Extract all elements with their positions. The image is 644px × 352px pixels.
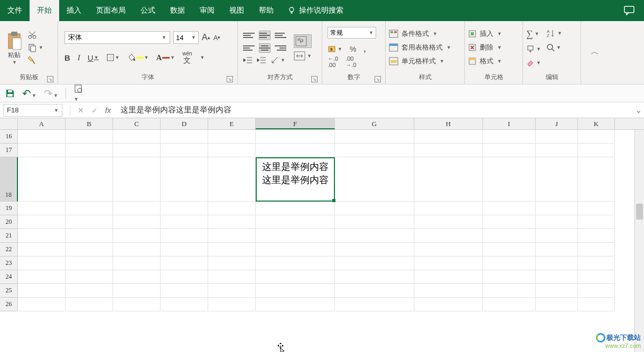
cell-H23[interactable] xyxy=(414,256,483,270)
row-header-24[interactable]: 24 xyxy=(0,270,18,284)
save-button[interactable] xyxy=(5,89,15,98)
cell-H17[interactable] xyxy=(414,144,483,157)
table-format-button[interactable]: 套用表格格式▼ xyxy=(389,43,451,52)
cell-K25[interactable] xyxy=(578,284,615,298)
cell-I19[interactable] xyxy=(483,202,536,215)
row-header-18[interactable]: 18 xyxy=(0,157,18,202)
cell-K26[interactable] xyxy=(578,298,615,311)
col-header-G[interactable]: G xyxy=(335,118,414,129)
menu-insert[interactable]: 插入 xyxy=(59,0,89,21)
cell-H19[interactable] xyxy=(414,202,483,215)
menu-file[interactable]: 文件 xyxy=(0,0,30,21)
cell-J22[interactable] xyxy=(536,243,578,256)
cell-H20[interactable] xyxy=(414,215,483,229)
format-painter-button[interactable] xyxy=(27,55,43,65)
align-left-button[interactable] xyxy=(243,43,255,53)
border-button[interactable]: ▼ xyxy=(106,53,120,62)
col-header-H[interactable]: H xyxy=(414,118,483,129)
font-color-button[interactable]: A▼ xyxy=(156,53,175,62)
cell-G16[interactable] xyxy=(335,130,414,144)
cell-C16[interactable] xyxy=(113,130,161,144)
cell-I17[interactable] xyxy=(483,144,536,157)
cell-B19[interactable] xyxy=(66,202,113,215)
cell-K21[interactable] xyxy=(578,229,615,243)
undo-button[interactable]: ↶▼ xyxy=(22,87,36,100)
cell-H26[interactable] xyxy=(414,298,483,311)
cell-F17[interactable] xyxy=(256,144,335,157)
increase-font-button[interactable]: A▴ xyxy=(202,33,210,42)
cell-E19[interactable] xyxy=(208,202,256,215)
cell-I25[interactable] xyxy=(483,284,536,298)
phonetic-button[interactable]: wén文 xyxy=(182,51,192,64)
cell-E16[interactable] xyxy=(208,130,256,144)
cell-C26[interactable] xyxy=(113,298,161,311)
cell-C21[interactable] xyxy=(113,229,161,243)
col-header-I[interactable]: I xyxy=(483,118,536,129)
cell-D26[interactable] xyxy=(161,298,208,311)
number-format-combo[interactable]: 常规▼ xyxy=(328,27,376,39)
cell-E18[interactable] xyxy=(208,157,256,202)
expand-formula-bar-button[interactable]: ⌄ xyxy=(632,105,644,115)
cell-J18[interactable] xyxy=(536,157,578,202)
orientation-button[interactable]: ▼ xyxy=(270,56,285,64)
cell-D25[interactable] xyxy=(161,284,208,298)
accounting-button[interactable]: $▼ xyxy=(328,45,342,53)
increase-indent-button[interactable] xyxy=(257,56,266,64)
cell-K20[interactable] xyxy=(578,215,615,229)
cell-G22[interactable] xyxy=(335,243,414,256)
cell-F26[interactable] xyxy=(256,298,335,311)
tell-me[interactable]: 操作说明搜索 xyxy=(281,6,350,15)
col-header-F[interactable]: F xyxy=(256,118,335,129)
menu-review[interactable]: 审阅 xyxy=(192,0,222,21)
cell-D17[interactable] xyxy=(161,144,208,157)
col-header-E[interactable]: E xyxy=(208,118,256,129)
cell-I24[interactable] xyxy=(483,270,536,284)
cell-C24[interactable] xyxy=(113,270,161,284)
cell-K24[interactable] xyxy=(578,270,615,284)
col-header-A[interactable]: A xyxy=(18,118,66,129)
delete-cells-button[interactable]: 删除▼ xyxy=(468,43,502,52)
cell-D24[interactable] xyxy=(161,270,208,284)
alignment-launcher[interactable]: ↘ xyxy=(311,76,318,82)
font-name-combo[interactable]: 宋体▼ xyxy=(64,31,170,44)
collapse-ribbon-button[interactable]: ︿ xyxy=(581,21,602,84)
cell-E20[interactable] xyxy=(208,215,256,229)
menu-help[interactable]: 帮助 xyxy=(251,0,281,21)
sort-filter-button[interactable]: AZ▼ xyxy=(546,28,562,38)
cell-F19[interactable] xyxy=(256,202,335,215)
cell-B22[interactable] xyxy=(66,243,113,256)
underline-button[interactable]: U▼ xyxy=(88,53,99,62)
cell-C23[interactable] xyxy=(113,256,161,270)
cell-J26[interactable] xyxy=(536,298,578,311)
cell-B21[interactable] xyxy=(66,229,113,243)
cell-H22[interactable] xyxy=(414,243,483,256)
cell-A17[interactable] xyxy=(18,144,66,157)
cell-I21[interactable] xyxy=(483,229,536,243)
cell-J20[interactable] xyxy=(536,215,578,229)
cancel-button[interactable]: ✕ xyxy=(78,106,84,115)
cell-G24[interactable] xyxy=(335,270,414,284)
cell-A23[interactable] xyxy=(18,256,66,270)
decrease-font-button[interactable]: A▾ xyxy=(213,34,221,42)
comma-button[interactable]: , xyxy=(363,45,366,53)
cell-H24[interactable] xyxy=(414,270,483,284)
italic-button[interactable]: I xyxy=(78,53,80,62)
cell-B25[interactable] xyxy=(66,284,113,298)
row-header-23[interactable]: 23 xyxy=(0,256,18,270)
cell-G26[interactable] xyxy=(335,298,414,311)
cell-G17[interactable] xyxy=(335,144,414,157)
number-launcher[interactable]: ↘ xyxy=(375,76,381,82)
formula-input[interactable]: 这里是举例内容这里是举例内容 xyxy=(116,104,632,116)
cell-G25[interactable] xyxy=(335,284,414,298)
cell-A20[interactable] xyxy=(18,215,66,229)
clear-button[interactable]: ▼ xyxy=(526,59,541,67)
row-header-25[interactable]: 25 xyxy=(0,284,18,298)
row-header-19[interactable]: 19 xyxy=(0,202,18,215)
select-all-corner[interactable] xyxy=(0,118,18,129)
percent-button[interactable]: % xyxy=(350,45,356,53)
cell-D19[interactable] xyxy=(161,202,208,215)
cell-F18[interactable]: 这里是举例内容这里是举例内容 xyxy=(256,157,335,202)
align-bottom-button[interactable] xyxy=(275,31,286,40)
col-header-C[interactable]: C xyxy=(113,118,161,129)
col-header-B[interactable]: B xyxy=(66,118,113,129)
